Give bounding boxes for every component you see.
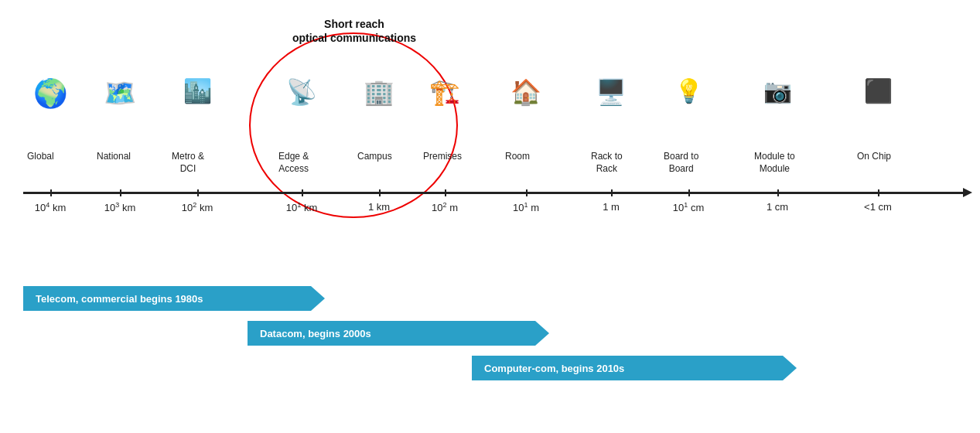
national-icon: 🗺️ [104, 77, 136, 108]
computercom-label: Computer-com, begins 2010s [484, 363, 624, 374]
tick-edge [302, 189, 303, 196]
edge-icon: 📡 [286, 77, 317, 107]
cat-room: Room [505, 151, 530, 163]
scale-national: 103 km [104, 201, 135, 213]
cat-chip: On Chip [857, 151, 891, 163]
datacom-label: Datacom, begins 2000s [260, 328, 371, 339]
cat-global: Global [27, 151, 54, 163]
tick-chip [878, 189, 879, 196]
module-icon: 📷 [763, 77, 792, 104]
telecom-label: Telecom, commercial begins 1980s [36, 293, 203, 305]
premises-icon: 🏗️ [429, 77, 460, 107]
tick-metro [197, 189, 199, 196]
global-icon: 🌍 [33, 77, 68, 110]
cat-edge: Edge &Access [278, 151, 309, 175]
tick-national [120, 189, 121, 196]
room-icon: 🏠 [510, 77, 541, 107]
board-icon: 💡 [674, 77, 703, 104]
diagram-area: Short reachoptical communications 🌍 🗺️ 🏙… [0, 0, 980, 433]
tick-board [688, 189, 690, 196]
cat-board: Board toBoard [664, 151, 698, 175]
datacom-arrow: Datacom, begins 2000s [248, 321, 549, 346]
timeline-axis [23, 192, 965, 194]
cat-national: National [97, 151, 131, 163]
tick-module [777, 189, 779, 196]
rack-icon: 🖥️ [596, 77, 627, 107]
cat-rack: Rack toRack [591, 151, 623, 175]
scale-rack: 1 m [603, 201, 620, 213]
campus-icon: 🏢 [364, 77, 394, 107]
computercom-arrow: Computer-com, begins 2010s [472, 356, 797, 380]
short-reach-circle [249, 32, 458, 218]
cat-premises: Premises [423, 151, 462, 163]
scale-chip: <1 cm [864, 201, 892, 213]
scale-campus: 1 km [368, 201, 390, 213]
scale-global: 104 km [35, 201, 66, 213]
metro-icon: 🏙️ [183, 77, 212, 104]
tick-premises [445, 189, 446, 196]
tick-global [50, 189, 52, 196]
tick-campus [379, 189, 381, 196]
telecom-arrow: Telecom, commercial begins 1980s [23, 286, 325, 311]
scale-board: 101 cm [673, 201, 704, 213]
scale-edge: 101 km [286, 201, 317, 213]
short-reach-label: Short reachoptical communications [277, 17, 432, 45]
cat-metro: Metro &DCI [172, 151, 204, 175]
cat-module: Module toModule [754, 151, 795, 175]
tick-room [526, 189, 528, 196]
scale-premises: 102 m [432, 201, 458, 213]
scale-metro: 102 km [182, 201, 213, 213]
chip-icon: ⬛ [864, 77, 893, 104]
tick-rack [611, 189, 613, 196]
scale-module: 1 cm [767, 201, 788, 213]
scale-room: 101 m [513, 201, 539, 213]
cat-campus: Campus [357, 151, 392, 163]
